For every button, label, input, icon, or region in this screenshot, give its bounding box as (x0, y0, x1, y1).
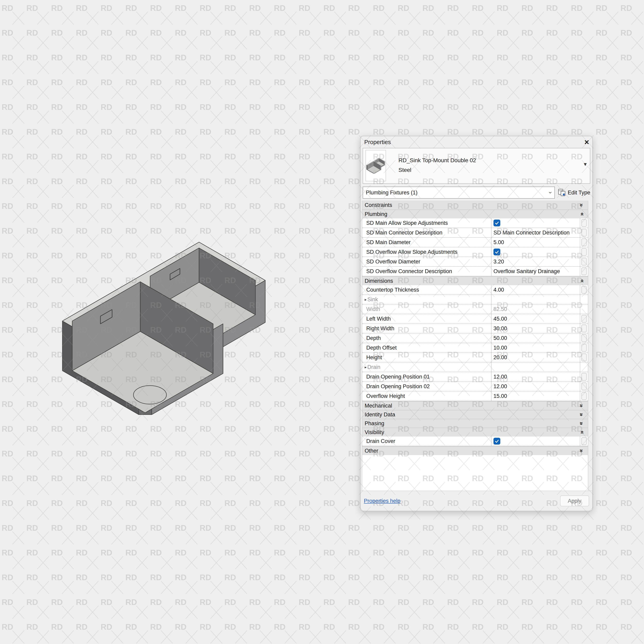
property-value[interactable]: 15.00 (493, 393, 507, 399)
application-canvas: RD (0, 0, 644, 644)
property-value[interactable]: 10.00 (493, 345, 507, 351)
associate-cell (580, 343, 588, 352)
associate-param-button[interactable] (581, 238, 587, 246)
property-label: Depth Offset (362, 343, 491, 352)
property-value[interactable]: 4.00 (493, 287, 504, 293)
checkbox-sd-main-allow-slope-adjustments[interactable] (493, 220, 500, 226)
section-header-dimensions[interactable]: Dimensions» (362, 276, 588, 285)
expand-section-chevron-icon[interactable]: » (579, 449, 585, 453)
property-label: Height (362, 353, 491, 362)
properties-help-link[interactable]: Properties help (364, 498, 400, 504)
close-icon[interactable]: × (584, 137, 589, 147)
expand-section-chevron-icon[interactable]: » (579, 203, 585, 207)
associate-param-button[interactable] (581, 315, 587, 323)
property-value-cell: 4.00 (491, 285, 580, 294)
expand-section-chevron-icon[interactable]: » (579, 422, 585, 425)
associate-cell (580, 257, 588, 266)
property-value-cell: 10.00 (491, 343, 580, 352)
section-header-identity-data[interactable]: Identity Data» (362, 410, 588, 419)
property-value[interactable]: 45.00 (493, 316, 507, 322)
associate-cell (580, 314, 588, 323)
property-value[interactable]: 30.00 (493, 325, 507, 332)
category-filter-value: Plumbing Fixtures (1) (366, 190, 418, 196)
associate-cell (580, 324, 588, 333)
property-value[interactable]: 50.00 (493, 335, 507, 341)
property-value[interactable]: Overflow Sanitary Drainage (493, 268, 560, 275)
section-header-plumbing[interactable]: Plumbing» (362, 210, 588, 218)
property-value-cell: 12.00 (491, 382, 580, 391)
expand-section-chevron-icon[interactable]: » (579, 413, 585, 416)
property-value-cell: 5.00 (491, 238, 580, 247)
panel-title: Properties (364, 139, 391, 146)
associate-cell (580, 238, 588, 247)
property-label: Overflow Height (362, 391, 491, 401)
category-filter-select[interactable]: Plumbing Fixtures (1) › (363, 187, 555, 199)
property-row-height: Height20.00 (362, 353, 588, 362)
checkbox-sd-overflow-allow-slope-adjustments[interactable] (493, 249, 500, 255)
property-label: Drain Opening Position 01 (362, 372, 491, 381)
associate-param-button[interactable] (581, 229, 587, 236)
associate-param-button[interactable] (581, 334, 587, 342)
property-row-sd-main-allow-slope-adjustments: SD Main Allow Slope Adjustments (362, 218, 588, 228)
section-title: Identity Data (365, 412, 395, 418)
property-value-cell (491, 437, 580, 446)
properties-panel: Properties × RD_Sink Top-Mount Double 02… (360, 136, 593, 511)
associate-cell (580, 247, 588, 257)
associate-param-button[interactable] (581, 286, 587, 294)
associate-param-button[interactable] (581, 325, 587, 332)
property-label: SD Main Connector Description (362, 228, 491, 237)
property-row-depth-offset: Depth Offset10.00 (362, 343, 588, 353)
associate-param-button[interactable] (581, 258, 587, 265)
type-dropdown-icon[interactable]: ▾ (584, 161, 587, 167)
subheader-arrow-icon: ▸ (365, 297, 367, 302)
section-header-visibility[interactable]: Visibility» (362, 428, 588, 437)
section-header-constraints[interactable]: Constraints» (362, 201, 588, 210)
collapse-section-chevron-icon[interactable]: » (579, 279, 585, 283)
associate-param-button[interactable] (581, 344, 587, 352)
associate-param-button[interactable] (581, 354, 587, 361)
property-value-cell: 12.00 (491, 372, 580, 381)
property-label: SD Main Diameter (362, 238, 491, 247)
property-row-depth: Depth50.00 (362, 333, 588, 343)
associate-param-button[interactable] (581, 219, 587, 227)
property-label: Right Width (362, 324, 491, 333)
property-row-drain: ▸Drain (362, 362, 588, 372)
associate-param-button[interactable] (581, 248, 587, 256)
property-value-cell: 15.00 (491, 391, 580, 401)
property-value: 82.50 (493, 306, 507, 312)
apply-button[interactable]: Apply (560, 495, 589, 506)
property-label: Countertop Thickness (362, 285, 491, 294)
check-icon (495, 439, 499, 443)
section-header-phasing[interactable]: Phasing» (362, 419, 588, 428)
section-title: Mechanical (365, 403, 392, 409)
section-header-other[interactable]: Other» (362, 446, 588, 455)
collapse-section-chevron-icon[interactable]: » (579, 213, 585, 216)
property-row-sd-overflow-diameter: SD Overflow Diameter3.20 (362, 257, 588, 267)
associate-param-button[interactable] (581, 392, 587, 400)
property-label: ▸Drain (362, 362, 491, 372)
panel-titlebar[interactable]: Properties × (361, 136, 592, 148)
property-value[interactable]: 12.00 (493, 374, 507, 380)
associate-param-button[interactable] (581, 373, 587, 381)
property-row-width: Width82.50 (362, 304, 588, 314)
property-value[interactable]: 20.00 (493, 354, 507, 361)
property-value[interactable]: 3.20 (493, 259, 504, 265)
edit-type-button[interactable]: Edit Type (558, 188, 590, 197)
property-value[interactable]: SD Main Connector Description (493, 230, 570, 236)
associate-param-button[interactable] (581, 267, 587, 275)
type-selector[interactable]: RD_Sink Top-Mount Double 02 Steel ▾ (363, 148, 590, 184)
filter-row: Plumbing Fixtures (1) › Edit Type (363, 187, 590, 199)
checkbox-drain-cover[interactable] (493, 438, 500, 445)
property-value[interactable]: 5.00 (493, 239, 504, 246)
property-value[interactable]: 12.00 (493, 383, 507, 390)
sink-3d-view (48, 229, 298, 431)
section-title: Constraints (365, 202, 392, 208)
property-value-cell: Overflow Sanitary Drainage (491, 267, 580, 276)
associate-cell (580, 437, 588, 446)
associate-param-button[interactable] (581, 437, 587, 445)
expand-section-chevron-icon[interactable]: » (579, 404, 585, 408)
associate-param-button[interactable] (581, 383, 587, 390)
section-header-mechanical[interactable]: Mechanical» (362, 401, 588, 410)
subheader-arrow-icon: ▸ (365, 365, 367, 369)
collapse-section-chevron-icon[interactable]: » (579, 431, 585, 434)
